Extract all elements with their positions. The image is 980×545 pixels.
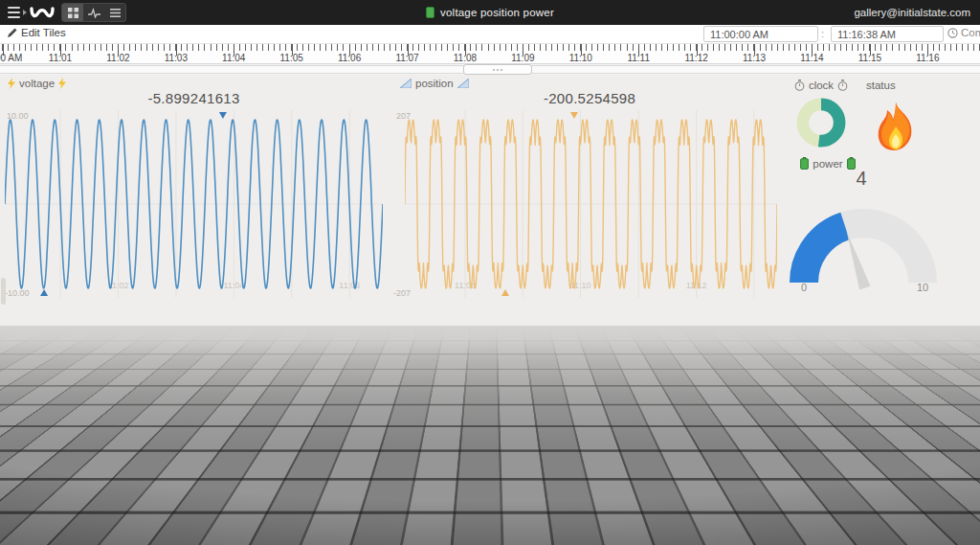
edit-tiles-label: Edit Tiles bbox=[21, 27, 66, 38]
toolbar: Edit Tiles : Compare bbox=[0, 25, 980, 44]
timeline-label: 11:02 bbox=[106, 53, 129, 63]
timeline-label: 11:14 bbox=[800, 53, 823, 63]
timeline-label: 11:00 AM bbox=[0, 53, 22, 63]
svg-text:0: 0 bbox=[801, 282, 807, 292]
view-tiles-button[interactable] bbox=[62, 4, 83, 21]
timeline-label: 11:15 bbox=[858, 53, 881, 63]
triangle-ruler-icon bbox=[457, 79, 469, 88]
status-tile-header: status bbox=[866, 79, 896, 91]
timeline-label: 11:10 bbox=[569, 53, 592, 63]
compare-label: Compare bbox=[961, 27, 980, 38]
bucket-title[interactable]: voltage position power bbox=[440, 7, 554, 18]
chart-voltage[interactable]: 11:0211:0411:06 bbox=[5, 110, 383, 298]
compare-button[interactable]: Compare bbox=[947, 27, 980, 38]
view-waves-button[interactable] bbox=[83, 4, 104, 21]
svg-text:11:12: 11:12 bbox=[686, 281, 707, 290]
timeline-label: 11:11 bbox=[627, 53, 650, 63]
status-tile-title: status bbox=[866, 79, 896, 91]
power-current-value: 4 bbox=[785, 168, 938, 190]
timeline-label: 11:03 bbox=[165, 53, 188, 63]
bucket-icon bbox=[426, 7, 434, 18]
time-separator: : bbox=[821, 28, 824, 39]
position-tile-header: position bbox=[400, 78, 469, 89]
initialstate-logo-icon[interactable] bbox=[29, 4, 56, 21]
power-gauge-chart: 010 bbox=[787, 204, 940, 292]
voltage-tile-title: voltage bbox=[19, 78, 55, 89]
start-time-input[interactable] bbox=[703, 26, 818, 42]
minor-ticks bbox=[2, 44, 980, 51]
timeline-label: 11:13 bbox=[743, 53, 766, 63]
account-email[interactable]: gallery@initialstate.com bbox=[854, 0, 970, 25]
svg-text:11:04: 11:04 bbox=[223, 281, 244, 290]
hamburger-menu-icon[interactable] bbox=[8, 6, 29, 19]
position-tile-title: position bbox=[415, 78, 454, 89]
waves-icon bbox=[88, 8, 100, 18]
voltage-tile-header: voltage bbox=[8, 78, 66, 89]
timeline-label: 11:06 bbox=[338, 53, 361, 63]
timeline-label: 11:08 bbox=[454, 53, 477, 63]
top-bar: voltage position power gallery@initialst… bbox=[0, 0, 980, 25]
timeline-label: 11:04 bbox=[222, 53, 245, 63]
timeline-label: 11:12 bbox=[684, 53, 707, 63]
timeline-label: 11:05 bbox=[280, 53, 303, 63]
lightning-icon bbox=[8, 78, 15, 89]
fire-icon bbox=[873, 102, 919, 155]
list-icon bbox=[110, 8, 121, 18]
triangle-ruler-icon bbox=[400, 79, 412, 88]
pencil-icon bbox=[8, 28, 17, 37]
timeline-scroll-row bbox=[0, 64, 980, 75]
stopwatch-icon bbox=[794, 79, 805, 91]
chart-vertical-scrollbar[interactable] bbox=[1, 278, 6, 305]
view-lines-button[interactable] bbox=[104, 4, 125, 21]
initial-state-dashboard: voltage position power gallery@initialst… bbox=[0, 0, 980, 545]
timeline-label: 11:16 bbox=[916, 53, 939, 63]
timeline-label: 11:09 bbox=[511, 53, 534, 63]
stopwatch-icon bbox=[837, 79, 848, 91]
clock-compare-icon bbox=[947, 28, 958, 38]
chart-position[interactable]: 11:0811:1011:12 bbox=[405, 110, 777, 298]
end-time-input[interactable] bbox=[831, 26, 944, 42]
clock-donut-chart bbox=[794, 96, 848, 149]
voltage-current-value: -5.899241613 bbox=[0, 90, 388, 106]
edit-tiles-button[interactable]: Edit Tiles bbox=[8, 27, 66, 38]
position-current-value: -200.5254598 bbox=[402, 90, 777, 106]
timeline-ruler[interactable]: 11:00 AM11:0111:0211:0311:0411:0511:0611… bbox=[0, 44, 980, 64]
timeline-scroll-handle[interactable] bbox=[463, 64, 532, 75]
svg-text:10: 10 bbox=[917, 282, 928, 292]
grid-icon bbox=[68, 8, 78, 18]
timeline-label: 11:01 bbox=[49, 53, 72, 63]
tiles-area: voltage -5.899241613 10.00 -10.00 11:021… bbox=[0, 75, 980, 326]
background-pavement-image bbox=[0, 326, 980, 545]
clock-tile-title: clock bbox=[809, 79, 834, 91]
lightning-icon bbox=[58, 78, 66, 89]
view-switcher bbox=[61, 3, 126, 22]
clock-tile-header: clock bbox=[785, 79, 858, 91]
timeline-label: 11:07 bbox=[395, 53, 418, 63]
